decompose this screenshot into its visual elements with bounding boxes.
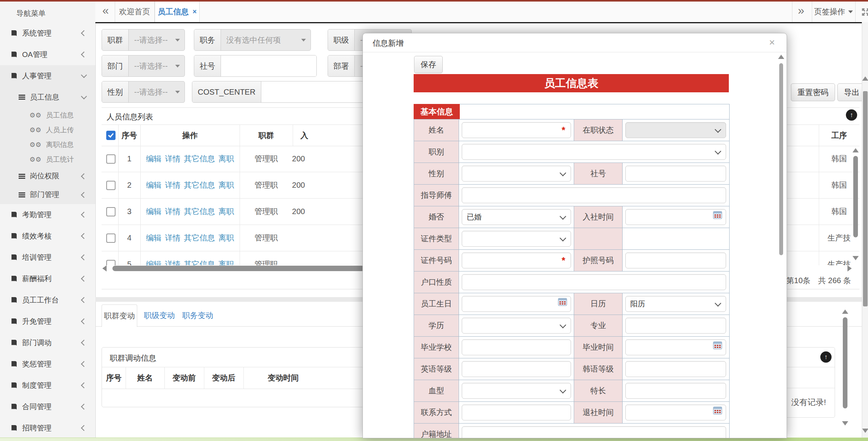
employment-status-select[interactable] (625, 122, 726, 138)
detail-link[interactable]: 详情 (165, 154, 181, 164)
scroll-down-icon[interactable] (852, 256, 859, 260)
other-info-link[interactable]: 其它信息 (184, 180, 215, 190)
calendar-type-select[interactable]: 阳历 (625, 296, 726, 312)
scroll-right-icon[interactable] (847, 265, 852, 272)
jobgroup-select[interactable]: --请选择-- (129, 29, 185, 50)
mentor-input[interactable] (462, 187, 726, 203)
companyno-input[interactable] (221, 55, 316, 76)
job-title-select[interactable] (462, 144, 726, 160)
sidebar-item[interactable]: ⚙⚙ 岗位权限 (0, 167, 95, 185)
calendar-icon[interactable] (713, 406, 722, 417)
reset-password-button[interactable]: 重置密码 (791, 83, 835, 101)
position-select[interactable]: 没有选中任何项 (221, 29, 311, 50)
select-all-checkbox-checked[interactable] (106, 131, 116, 140)
major-input[interactable] (625, 318, 726, 334)
tabs-scroll-left-icon[interactable]: « (102, 4, 109, 17)
detail-link[interactable]: 详情 (165, 206, 181, 217)
edit-link[interactable]: 编辑 (146, 206, 162, 217)
resign-link[interactable]: 离职 (219, 206, 234, 217)
scrollbar-thumb[interactable] (843, 317, 847, 408)
close-icon[interactable]: × (769, 36, 775, 48)
sidebar-item[interactable]: ⚙⚙ 员工统计 (0, 152, 95, 167)
id-number-input[interactable]: * (462, 252, 571, 268)
registered-address-input[interactable] (462, 426, 726, 438)
sidebar-item[interactable]: ⚙⚙ 员工信息 (0, 86, 95, 108)
scroll-up-icon[interactable] (852, 148, 859, 152)
tab-operations-dropdown[interactable]: 页签操作 (812, 2, 855, 22)
join-date-input[interactable] (625, 209, 726, 225)
tab-close-icon[interactable]: × (193, 8, 197, 16)
row-checkbox[interactable] (106, 181, 116, 190)
graduate-school-input[interactable] (462, 339, 571, 355)
marital-status-select[interactable]: 已婚 (462, 209, 571, 225)
specialty-input[interactable] (625, 383, 726, 399)
gender-select[interactable] (462, 166, 571, 182)
tab-welcome-home[interactable]: 欢迎首页 (115, 2, 154, 22)
row-checkbox[interactable] (106, 260, 116, 265)
detail-link[interactable]: 详情 (165, 259, 181, 265)
sidebar-item[interactable]: ⚙⚙ 系统管理 (0, 22, 95, 44)
name-input[interactable]: * (462, 122, 571, 138)
resign-link[interactable]: 离职 (219, 154, 234, 164)
education-select[interactable] (462, 318, 571, 334)
calendar-icon[interactable] (713, 341, 722, 351)
tab-position-change[interactable]: 职务变动 (180, 304, 215, 326)
tab-employee-info[interactable]: 员工信息 × (155, 2, 200, 22)
sidebar-item[interactable]: ⚙⚙ 招聘管理 (0, 417, 95, 439)
scrollbar-thumb[interactable] (863, 91, 868, 306)
other-info-link[interactable]: 其它信息 (184, 154, 215, 164)
gender-select[interactable]: --请选择-- (129, 81, 185, 102)
household-type-input[interactable] (462, 274, 726, 290)
sidebar-item[interactable]: ⚙⚙ 奖惩管理 (0, 353, 95, 375)
sidebar-item[interactable]: ⚙⚙ 人事管理 (0, 65, 95, 86)
other-info-link[interactable]: 其它信息 (184, 206, 215, 217)
tab-joblevel-change[interactable]: 职级变动 (143, 304, 176, 326)
modal-vertical-scrollbar[interactable] (778, 55, 784, 438)
page-vertical-scrollbar[interactable] (862, 22, 868, 438)
sidebar-item[interactable]: ⚙⚙ 升免管理 (0, 311, 95, 332)
collapse-panel-icon[interactable]: ↑ (846, 109, 857, 121)
sidebar-item[interactable]: ⚙⚙ 人员上传 (0, 123, 95, 137)
graduation-date-input[interactable] (625, 339, 726, 355)
korean-level-input[interactable] (625, 361, 726, 377)
edit-link[interactable]: 编辑 (146, 154, 162, 164)
sidebar-item[interactable]: ⚙⚙ 离职信息 (0, 137, 95, 152)
fullscreen-expand-icon[interactable] (861, 7, 868, 18)
row-checkbox[interactable] (106, 233, 116, 243)
blood-type-select[interactable] (462, 383, 571, 399)
scroll-down-icon[interactable] (862, 429, 868, 433)
resign-link[interactable]: 离职 (219, 259, 234, 265)
edit-link[interactable]: 编辑 (146, 233, 162, 243)
collapse-panel-icon[interactable]: ↑ (820, 351, 832, 363)
resign-link[interactable]: 离职 (219, 233, 234, 243)
edit-link[interactable]: 编辑 (146, 180, 162, 190)
tabs-scroll-right-icon[interactable]: » (798, 4, 804, 17)
sidebar-item[interactable]: ⚙⚙ 员工工作台 (0, 289, 95, 311)
english-level-input[interactable] (462, 361, 571, 377)
scrollbar-thumb[interactable] (853, 156, 858, 237)
table-vertical-scrollbar[interactable] (852, 148, 859, 261)
contact-input[interactable] (462, 405, 571, 420)
detail-link[interactable]: 详情 (165, 180, 181, 190)
sidebar-item[interactable]: ⚙⚙ 合同管理 (0, 396, 95, 417)
edit-link[interactable]: 编辑 (146, 259, 162, 265)
bottom-vertical-scrollbar[interactable] (842, 310, 848, 426)
tab-jobgroup-change[interactable]: 职群变动 (102, 304, 137, 327)
leave-date-input[interactable] (625, 405, 726, 420)
calendar-icon[interactable] (713, 211, 722, 221)
scrollbar-thumb[interactable] (112, 266, 364, 271)
passport-number-input[interactable] (625, 252, 726, 268)
save-button[interactable]: 保存 (414, 56, 443, 73)
sidebar-item[interactable]: ⚙⚙ 制度管理 (0, 375, 95, 396)
scroll-up-icon[interactable] (778, 55, 784, 59)
id-type-select[interactable] (462, 231, 571, 247)
sidebar-item[interactable]: ⚙⚙ 绩效考核 (0, 225, 95, 247)
scroll-up-icon[interactable] (842, 310, 848, 314)
calendar-icon[interactable] (558, 297, 567, 308)
sidebar-item[interactable]: ⚙⚙ 员工信息 (0, 108, 95, 123)
company-number-input[interactable] (625, 166, 726, 182)
resign-link[interactable]: 离职 (219, 180, 234, 190)
detail-link[interactable]: 详情 (165, 233, 181, 243)
sidebar-item[interactable]: ⚙⚙ 部门调动 (0, 332, 95, 353)
scrollbar-thumb[interactable] (779, 63, 783, 255)
